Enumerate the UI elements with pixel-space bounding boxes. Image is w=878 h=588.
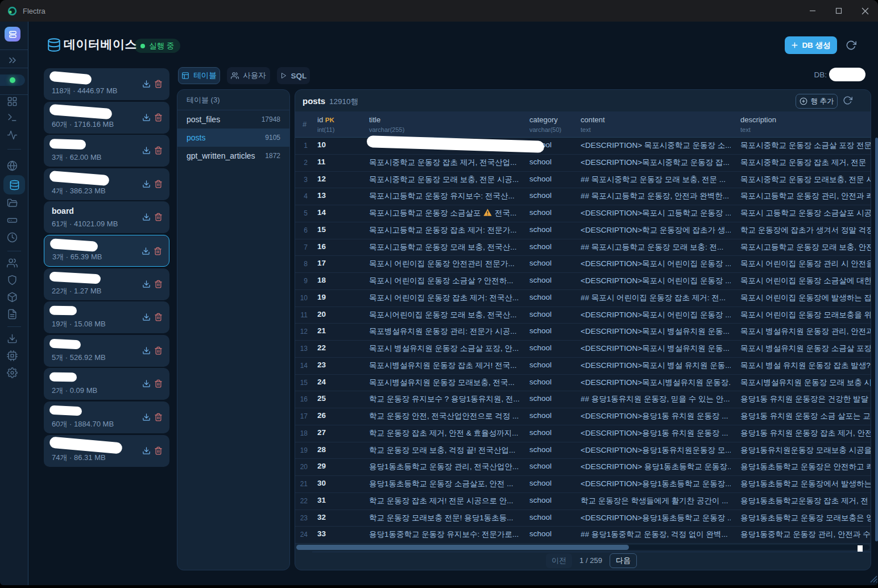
trash-icon[interactable] [154, 379, 163, 388]
table-row[interactable]: 2029용당1동초등학교 운동장 관리, 전국산업안...school<DESC… [295, 459, 871, 476]
table-list-item-posts[interactable]: posts9105 [177, 129, 289, 147]
table-row[interactable]: 1827학교 운동장 잡초 제거, 안전 & 효율성까지...school<DE… [295, 425, 871, 442]
expand-sidebar-button[interactable] [7, 55, 18, 66]
trash-icon[interactable] [154, 213, 163, 221]
download-icon[interactable] [142, 413, 151, 421]
tab-tables[interactable]: 테이블 [178, 67, 220, 84]
table-row[interactable]: 1019목포시 어린이집 운동장 잡초 제거: 전국산...school## 목… [295, 290, 871, 307]
refresh-grid-icon[interactable] [843, 96, 852, 105]
table-row[interactable]: 1221목포병설유치원 운동장 관리: 전문가 시공...school<DESC… [295, 324, 871, 341]
sidebar-item-files[interactable] [7, 198, 18, 209]
table-row[interactable]: 716목포시고등학교 운동장 모래 보충, 전국산...school## 목포시… [295, 239, 871, 256]
col-description[interactable]: description [740, 115, 776, 124]
maximize-button[interactable] [826, 0, 852, 22]
col-category[interactable]: category [529, 115, 558, 124]
download-db-button[interactable] [142, 379, 151, 388]
database-card[interactable]: 4개 · 386.23 MB [44, 168, 169, 200]
refresh-icon[interactable] [846, 40, 856, 51]
delete-db-button[interactable] [154, 413, 163, 421]
database-card[interactable]: 60개 · 1716.16 MB [44, 102, 169, 134]
download-icon[interactable] [142, 446, 151, 455]
table-row[interactable]: 2130용당1동초등학교 운동장 소금살포, 안전 ...school<DESC… [295, 476, 871, 493]
sidebar-item-activity[interactable] [7, 130, 18, 141]
table-row[interactable]: 2433용당1동중학교 운동장 유지보수: 전문가로...school## 용당… [295, 527, 871, 544]
table-row[interactable]: 1120목포시어린이집 운동장 모래 보충, 전국산...school<DESC… [295, 307, 871, 324]
download-icon[interactable] [142, 113, 151, 122]
sidebar-item-settings[interactable] [7, 367, 18, 379]
sidebar-item-terminal[interactable] [7, 112, 18, 123]
delete-db-button[interactable] [154, 180, 163, 188]
sidebar-item-history[interactable] [7, 232, 18, 243]
col-title[interactable]: title [369, 115, 380, 124]
delete-db-button[interactable] [154, 346, 163, 355]
vertical-scrollbar[interactable] [875, 138, 878, 541]
table-row[interactable]: 1726학교 운동장 안전, 전국산업안전으로 걱정 ...school<DES… [295, 408, 871, 425]
download-db-button[interactable] [142, 280, 151, 288]
delete-db-button[interactable] [154, 247, 162, 255]
sidebar-item-database-active[interactable] [3, 175, 25, 194]
download-icon[interactable] [142, 180, 151, 188]
table-row[interactable]: 1625학교 운동장 유지보수 ? 용당1동유치원, 전...school## … [295, 391, 871, 408]
table-list-item-post_files[interactable]: post_files17948 [177, 110, 289, 129]
download-icon[interactable] [142, 146, 151, 155]
table-row[interactable]: 2231학교 운동장 잡초 제거! 전문 시공으로 안...school학교 운… [295, 493, 871, 510]
table-row[interactable]: 1928학교 운동장 모래 보충, 걱정 끝! 전국산업...school<DE… [295, 442, 871, 459]
database-card[interactable]: board61개 · 41021.09 MB [44, 201, 169, 233]
download-icon[interactable] [142, 280, 151, 288]
table-row[interactable]: 2332학교 운동장 모래보충 전문! 용당1동초등...school<DESC… [295, 510, 871, 527]
delete-db-button[interactable] [154, 213, 163, 221]
minimize-button[interactable] [800, 0, 826, 22]
sidebar-item-users[interactable] [7, 258, 18, 269]
delete-db-button[interactable] [154, 379, 163, 388]
table-row[interactable]: 1322목포시 병설유치원 운동장 소금살 포장, 안...school<DES… [295, 341, 871, 358]
tab-users[interactable]: 사용자 [227, 67, 270, 84]
download-icon[interactable] [142, 379, 151, 388]
sidebar-item-network[interactable] [7, 160, 18, 172]
tab-sql[interactable]: SQL [277, 67, 310, 84]
download-db-button[interactable] [142, 446, 151, 455]
database-card[interactable]: 22개 · 1.27 MB [44, 268, 169, 300]
database-card[interactable]: 60개 · 1884.70 MB [44, 401, 169, 433]
trash-icon[interactable] [154, 146, 163, 155]
database-card[interactable]: 3개 · 65.39 MB [44, 235, 169, 267]
download-icon[interactable] [142, 346, 151, 355]
download-icon[interactable] [142, 313, 151, 321]
table-list-item-gpt_written_articles[interactable]: gpt_written_articles1872 [177, 147, 289, 165]
table-row[interactable]: 1524목포시병설유치원 운동장 모래보충, 전국...school<DESCR… [295, 375, 871, 392]
download-db-button[interactable] [142, 413, 151, 421]
download-db-button[interactable] [142, 80, 151, 88]
table-row[interactable]: 615목포시고등학교 운동장 잡초 제거: 전문가...school<DESCR… [295, 222, 871, 239]
table-row[interactable]: 918목포시 어린이집 운동장 소금살 ? 안전하...school<DESCR… [295, 273, 871, 290]
table-row[interactable]: 110school<DESCRIPTION> 목포시중학교 운동장 소...목포… [295, 138, 871, 155]
database-card[interactable]: 3개 · 62.00 MB [44, 135, 169, 167]
database-card[interactable]: 74개 · 86.31 MB [44, 435, 169, 467]
database-card[interactable]: 2개 · 0.09 MB [44, 368, 169, 400]
create-db-button[interactable]: DB 생성 [785, 36, 837, 54]
server-status-indicator[interactable] [0, 74, 25, 86]
download-db-button[interactable] [142, 180, 151, 188]
delete-db-button[interactable] [154, 446, 163, 455]
trash-icon[interactable] [154, 413, 163, 421]
table-row[interactable]: 514목포시고등학교 운동장 소금살포 전국...school<DESCRIPT… [295, 205, 871, 222]
download-icon[interactable] [142, 247, 150, 255]
sidebar-item-dashboard[interactable] [7, 96, 18, 107]
trash-icon[interactable] [154, 113, 163, 122]
download-icon[interactable] [142, 80, 151, 88]
table-row[interactable]: 413목포시고등학교 운동장 유지보수: 전국산...school## 목포시고… [295, 188, 871, 205]
download-db-button[interactable] [142, 213, 151, 221]
trash-icon[interactable] [154, 80, 163, 88]
table-row[interactable]: 211목포시중학교 운동장 잡초 제거, 전국산업...school<DESCR… [295, 155, 871, 172]
trash-icon[interactable] [154, 446, 163, 455]
delete-db-button[interactable] [154, 113, 163, 122]
sidebar-item-system[interactable] [7, 350, 18, 362]
delete-db-button[interactable] [154, 80, 163, 88]
database-card[interactable]: 5개 · 526.92 MB [44, 335, 169, 367]
table-row[interactable]: 1423목포시병설유치원 운동장 잡초 제거! 전국...school<DESC… [295, 358, 871, 375]
delete-db-button[interactable] [154, 280, 163, 288]
trash-icon[interactable] [154, 280, 163, 288]
download-db-button[interactable] [142, 247, 150, 255]
sidebar-item-logs[interactable] [7, 309, 18, 320]
delete-db-button[interactable] [154, 313, 163, 321]
sidebar-item-server[interactable] [7, 215, 18, 226]
col-id[interactable]: id PK [317, 115, 334, 124]
